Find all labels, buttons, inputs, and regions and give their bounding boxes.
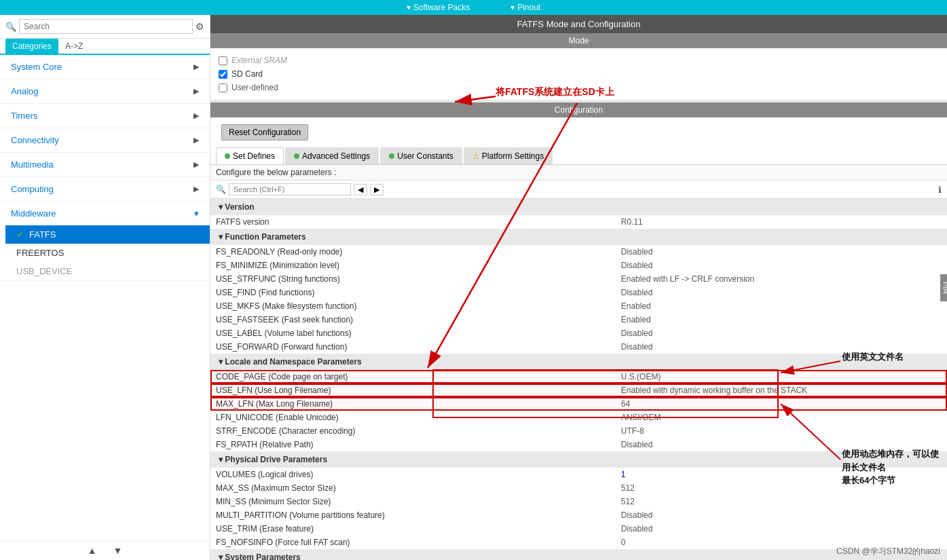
table-row: VOLUMES (Logical drives) 1: [210, 468, 947, 481]
sidebar-search-bar: 🔍 ⚙: [0, 15, 210, 39]
reset-configuration-button[interactable]: Reset Configuration: [221, 124, 308, 141]
content-title-bar: FATFS Mode and Configuration: [210, 15, 947, 33]
connectivity-label: Connectivity: [11, 135, 59, 145]
table-row: USE_FASTSEEK (Fast seek function) Enable…: [210, 313, 947, 326]
warn-icon: ⚠: [472, 152, 479, 161]
nav-next-button[interactable]: ▶: [370, 184, 384, 195]
chevron-right-icon: ▶: [193, 62, 199, 71]
section-function-params: ▾ Function Parameters: [210, 229, 947, 245]
sidebar-item-computing[interactable]: Computing ▶: [0, 177, 210, 202]
nav-prev-button[interactable]: ◀: [354, 184, 367, 195]
checkbox-user-defined: User-defined: [219, 81, 939, 94]
sidebar-nav: System Core ▶ Analog ▶ Timers ▶ Connecti…: [0, 55, 210, 540]
sidebar-item-timers[interactable]: Timers ▶: [0, 104, 210, 128]
dot-icon: [294, 153, 299, 159]
tab-label: Advanced Settings: [302, 151, 370, 161]
sidebar-item-analog[interactable]: Analog ▶: [0, 79, 210, 104]
table-row: MULTI_PARTITION (Volume partitions featu…: [210, 508, 947, 522]
software-packs-label: Software Packs: [413, 3, 470, 12]
chevron-right-icon: ▶: [193, 160, 199, 169]
config-content: Reset Configuration Set Defines Advanced…: [210, 117, 947, 560]
search-icon: 🔍: [5, 22, 16, 32]
sidebar-item-multimedia[interactable]: Multimedia ▶: [0, 153, 210, 177]
dot-icon: [389, 153, 394, 159]
search-input[interactable]: [19, 19, 193, 34]
middleware-items: ✔ FATFS FREERTOS USB_DEVICE: [0, 225, 210, 280]
content-title: FATFS Mode and Configuration: [517, 19, 641, 29]
chevron-right-icon: ▶: [193, 136, 199, 145]
mode-bar: Mode: [210, 33, 947, 48]
table-row: USE_FIND (Find functions) Disabled: [210, 286, 947, 299]
chevron-right-icon: ▶: [193, 185, 199, 193]
right-edge-tab[interactable]: Pb4: [941, 274, 948, 301]
arrow-up-button[interactable]: ▲: [82, 544, 103, 557]
tab-advanced-settings[interactable]: Advanced Settings: [285, 147, 379, 164]
config-tabs-row: Set Defines Advanced Settings User Const…: [210, 147, 947, 165]
chevron-right-icon: ▶: [193, 87, 199, 96]
user-defined-label: User-defined: [231, 83, 278, 92]
search-icon: 🔍: [216, 185, 226, 194]
table-row: USE_MKFS (Make filesystem function) Enab…: [210, 299, 947, 313]
sidebar-item-connectivity[interactable]: Connectivity ▶: [0, 128, 210, 153]
analog-label: Analog: [11, 86, 38, 96]
sidebar-item-usb-device: USB_DEVICE: [5, 262, 210, 280]
chevron-right-icon: ▶: [193, 111, 199, 120]
tab-set-defines[interactable]: Set Defines: [216, 147, 284, 164]
table-row: FS_RPATH (Relative Path) Disabled: [210, 438, 947, 451]
arrow-down-button[interactable]: ▼: [108, 544, 128, 557]
timers-label: Timers: [11, 111, 37, 121]
check-icon: ✔: [16, 229, 24, 240]
usb-device-label: USB_DEVICE: [16, 266, 72, 276]
table-row: USE_STRFUNC (String functions) Enabled w…: [210, 272, 947, 286]
table-row-code-page: CODE_PAGE (Code page on target) U.S.(OEM…: [210, 370, 947, 384]
info-icon: ℹ: [938, 185, 942, 195]
tab-az[interactable]: A->Z: [58, 39, 90, 55]
checkbox-external-sram: External SRAM: [219, 54, 939, 67]
table-row: LFN_UNICODE (Enable Unicode) ANSI/OEM: [210, 411, 947, 424]
freertos-label: FREERTOS: [16, 248, 64, 258]
table-row: USE_TRIM (Erase feature) Disabled: [210, 522, 947, 536]
config-label: Configuration: [555, 105, 603, 115]
sidebar-item-freertos[interactable]: FREERTOS: [5, 244, 210, 262]
config-bar: Configuration: [210, 102, 947, 117]
table-row: FS_READONLY (Read-only mode) Disabled: [210, 245, 947, 259]
section-version: ▾ Version: [210, 199, 947, 215]
chevron-icon: ▾: [407, 3, 411, 12]
sd-card-checkbox[interactable]: [219, 70, 227, 79]
middleware-label: Middleware: [11, 208, 56, 219]
external-sram-checkbox[interactable]: [219, 56, 227, 65]
table-row-use-lfn: USE_LFN (Use Long Filename) Enabled with…: [210, 384, 947, 397]
pinout-menu[interactable]: ▾ Pinout: [510, 3, 540, 12]
table-row-max-lfn: MAX_LFN (Max Long Filename) 64: [210, 397, 947, 411]
params-search-input[interactable]: [229, 183, 351, 195]
sidebar-item-system-core[interactable]: System Core ▶: [0, 55, 210, 79]
tab-user-constants[interactable]: User Constants: [380, 147, 462, 164]
gear-icon[interactable]: ⚙: [196, 21, 204, 32]
params-table: ▾ Version FATFS version R0.11 ▾ Function…: [210, 199, 947, 560]
sidebar-item-fatfs[interactable]: ✔ FATFS: [5, 225, 210, 244]
computing-label: Computing: [11, 184, 54, 194]
tab-categories[interactable]: Categories: [5, 39, 58, 55]
tab-label: User Constants: [397, 151, 453, 161]
chevron-icon: ▾: [510, 3, 515, 12]
mode-label: Mode: [568, 36, 589, 45]
section-physical-drive: ▾ Physical Drive Parameters: [210, 451, 947, 468]
software-packs-menu[interactable]: ▾ Software Packs: [407, 3, 470, 12]
system-core-label: System Core: [11, 62, 62, 72]
multimedia-label: Multimedia: [11, 160, 54, 170]
table-row: FATFS version R0.11: [210, 215, 947, 229]
table-row: USE_LABEL (Volume label functions) Disab…: [210, 326, 947, 340]
table-row: MAX_SS (Maximum Sector Size) 512: [210, 481, 947, 495]
section-locale-params: ▾ Locale and Namespace Parameters: [210, 354, 947, 370]
user-defined-checkbox[interactable]: [219, 83, 227, 92]
sd-card-label: SD Card: [231, 69, 263, 79]
mode-content: External SRAM SD Card User-defined: [210, 48, 947, 100]
fatfs-label: FATFS: [29, 229, 56, 240]
table-row: FS_MINIMIZE (Minimization level) Disable…: [210, 259, 947, 272]
table-row: STRF_ENCODE (Character encoding) UTF-8: [210, 424, 947, 438]
config-params-bar: Configure the below parameters :: [210, 165, 947, 181]
middleware-header[interactable]: Middleware ▾: [0, 202, 210, 225]
sidebar: 🔍 ⚙ Categories A->Z System Core ▶ Analog…: [0, 15, 210, 560]
tab-platform-settings[interactable]: ⚠ Platform Settings: [464, 147, 553, 164]
content-area: FATFS Mode and Configuration Mode Extern…: [210, 15, 947, 560]
